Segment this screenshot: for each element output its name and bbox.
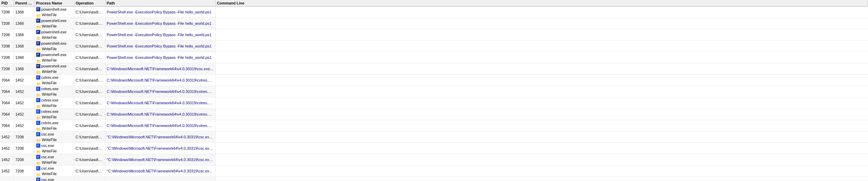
folder-icon: 📁 bbox=[36, 13, 41, 17]
col-header-cmdline[interactable]: Command Line bbox=[215, 0, 868, 7]
path-cell: C:\Users\asd\AppData\Local\Temp\RESC60.t… bbox=[74, 86, 105, 97]
path-cell: C:\Users\asd\AppData\Local\Temp\__PSScri… bbox=[74, 18, 105, 29]
cmd-cell: C:\Windows\Microsoft.NET\Framework64\v4.… bbox=[105, 97, 215, 109]
cmd-cell: PowerShell.exe -ExecutionPolicy Bypass -… bbox=[105, 7, 215, 18]
ppid-cell: 7208 bbox=[14, 143, 34, 154]
process-icon: C bbox=[36, 155, 40, 159]
pname-cell: Ccsc.exe bbox=[35, 177, 74, 181]
table-row[interactable]: 70641452Ccvtres.exe📁WriteFileC:\Users\as… bbox=[0, 120, 868, 131]
pname-cell: Ccvtres.exe bbox=[35, 109, 74, 114]
cmd-cell: PowerShell.exe -ExecutionPolicy Bypass -… bbox=[105, 52, 215, 63]
op-label: WriteFile bbox=[42, 23, 57, 29]
process-icon: P bbox=[36, 64, 40, 68]
table-row[interactable]: 14527208Ccsc.exe📁WriteFileC:\Users\asd\A… bbox=[0, 131, 868, 143]
pid-cell: 1452 bbox=[0, 154, 14, 166]
cmd-cell: "C:\Windows\Microsoft.NET\Framework64\v4… bbox=[105, 166, 215, 177]
table-row[interactable]: 72081368Ppowershell.exe📁WriteFileC:\User… bbox=[0, 7, 868, 18]
cmd-cell: "C:\Windows\Microsoft.NET\Framework64\v4… bbox=[105, 154, 215, 166]
pid-cell: 7064 bbox=[0, 120, 14, 131]
path-cell: C:\Users\asd\AppData\Local\Temp\plxplyns… bbox=[74, 154, 105, 166]
op-cell: 📁WriteFile bbox=[35, 137, 74, 142]
ppid-cell: 1368 bbox=[14, 63, 34, 75]
table-row[interactable]: 70641452Ccvtres.exe📁WriteFileC:\Users\as… bbox=[0, 86, 868, 97]
folder-icon: 📁 bbox=[36, 127, 41, 130]
folder-icon: 📁 bbox=[36, 115, 41, 119]
op-label: WriteFile bbox=[42, 57, 57, 63]
path-cell: C:\Users\asd\AppData\Local\Temp\RESC60.t… bbox=[74, 109, 105, 120]
table-row[interactable]: 70641452Ccvtres.exe📁WriteFileC:\Users\as… bbox=[0, 109, 868, 120]
op-cell: 📁WriteFile bbox=[35, 171, 74, 177]
path-cell: C:\Users\asd\AppData\Local\Temp\CSC8E93A… bbox=[74, 63, 105, 75]
pname-label: powershell.exe bbox=[41, 18, 67, 23]
table-row[interactable]: 70641452Ccvtres.exe📁WriteFileC:\Users\as… bbox=[0, 97, 868, 109]
col-header-ppid[interactable]: Parent PID bbox=[14, 0, 34, 7]
folder-icon: 📁 bbox=[36, 161, 41, 164]
process-icon: C bbox=[36, 121, 40, 125]
pname-cell: Ppowershell.exe bbox=[35, 63, 74, 69]
op-label: WriteFile bbox=[42, 126, 57, 131]
folder-icon: 📁 bbox=[36, 47, 41, 51]
op-label: WriteFile bbox=[42, 114, 57, 120]
pname-cell: Ppowershell.exe bbox=[35, 7, 74, 12]
process-icon: P bbox=[36, 53, 40, 57]
pid-cell: 1452 bbox=[0, 143, 14, 154]
op-cell: 📁WriteFile bbox=[35, 148, 74, 154]
pname-label: cvtres.exe bbox=[41, 97, 59, 103]
op-label: WriteFile bbox=[42, 69, 57, 74]
folder-icon: 📁 bbox=[36, 149, 41, 153]
pname-cell: Ccsc.exe bbox=[35, 143, 74, 148]
folder-icon: 📁 bbox=[36, 58, 41, 62]
pname-cell: Ppowershell.exe bbox=[35, 41, 74, 46]
ppid-cell: 7208 bbox=[14, 166, 34, 177]
table-row[interactable]: 72081368Ppowershell.exe📁WriteFileC:\User… bbox=[0, 18, 868, 29]
process-icon: P bbox=[36, 30, 40, 34]
pid-cell: 1452 bbox=[0, 177, 14, 181]
cmd-cell: PowerShell.exe -ExecutionPolicy Bypass -… bbox=[105, 18, 215, 29]
cmd-cell: "C:\Windows\Microsoft.NET\Framework64\v4… bbox=[105, 131, 215, 143]
pid-cell: 7208 bbox=[0, 41, 14, 52]
col-header-pname[interactable]: Process Name bbox=[34, 0, 74, 7]
folder-icon: 📁 bbox=[36, 70, 41, 74]
ppid-cell: 1452 bbox=[14, 75, 34, 86]
pname-cell: Ppowershell.exe bbox=[35, 18, 74, 23]
cmd-cell: "C:\Windows\Microsoft.NET\Framework64\v4… bbox=[105, 143, 215, 154]
pname-cell: Ccvtres.exe bbox=[35, 75, 74, 80]
pname-label: powershell.exe bbox=[41, 29, 67, 35]
table-row[interactable]: 14527208Ccsc.exe📁WriteFileC:\Users\asd\A… bbox=[0, 177, 868, 181]
table-row[interactable]: 72081368Ppowershell.exe📁WriteFileC:\User… bbox=[0, 52, 868, 63]
process-icon: C bbox=[36, 87, 40, 91]
table-row[interactable]: 14527208Ccsc.exe📁WriteFileC:\Users\asd\A… bbox=[0, 166, 868, 177]
pid-cell: 1452 bbox=[0, 166, 14, 177]
op-label: WriteFile bbox=[42, 171, 57, 177]
ppid-cell: 1452 bbox=[14, 97, 34, 109]
process-icon: C bbox=[36, 109, 40, 114]
pname-label: cvtres.exe bbox=[41, 109, 59, 114]
process-icon: C bbox=[36, 132, 40, 136]
table-row[interactable]: 14527208Ccsc.exe📁WriteFileC:\Users\asd\A… bbox=[0, 143, 868, 154]
pname-label: csc.exe bbox=[41, 131, 54, 137]
cmd-cell: C:\Windows\Microsoft.NET\Framework64\v4.… bbox=[105, 109, 215, 120]
col-header-op[interactable]: Operation bbox=[74, 0, 105, 7]
op-label: WriteFile bbox=[42, 35, 57, 40]
table-row[interactable]: 14527208Ccsc.exe📁WriteFileC:\Users\asd\A… bbox=[0, 154, 868, 166]
pid-cell: 7208 bbox=[0, 52, 14, 63]
pname-label: csc.exe bbox=[41, 166, 54, 171]
process-icon: C bbox=[36, 178, 40, 181]
table-row[interactable]: 72081368Ppowershell.exe📁WriteFileC:\User… bbox=[0, 29, 868, 41]
op-cell: 📁WriteFile bbox=[35, 23, 74, 29]
table-row[interactable]: 70641452Ccvtres.exe📁WriteFileC:\Users\as… bbox=[0, 75, 868, 86]
op-cell: 📁WriteFile bbox=[35, 35, 74, 40]
process-icon: P bbox=[36, 41, 40, 45]
pname-label: powershell.exe bbox=[41, 52, 67, 57]
path-cell: C:\Users\asd\AppData\Local\Temp\plxplyns… bbox=[74, 166, 105, 177]
col-header-path[interactable]: Path bbox=[105, 0, 215, 7]
table-header-row: PID Parent PID Process Name Operation Pa… bbox=[0, 0, 868, 7]
path-cell: C:\Users\asd\AppData\Local\Temp\RESC60.t… bbox=[74, 75, 105, 86]
col-header-pid[interactable]: PID bbox=[0, 0, 14, 7]
ppid-cell: 7208 bbox=[14, 177, 34, 181]
table-row[interactable]: 72081368Ppowershell.exe📁WriteFileC:\User… bbox=[0, 41, 868, 52]
pname-label: powershell.exe bbox=[41, 41, 67, 46]
pname-label: cvtres.exe bbox=[41, 120, 59, 126]
table-row[interactable]: 72081368Ppowershell.exe📁WriteFileC:\User… bbox=[0, 63, 868, 75]
pid-cell: 7208 bbox=[0, 7, 14, 18]
